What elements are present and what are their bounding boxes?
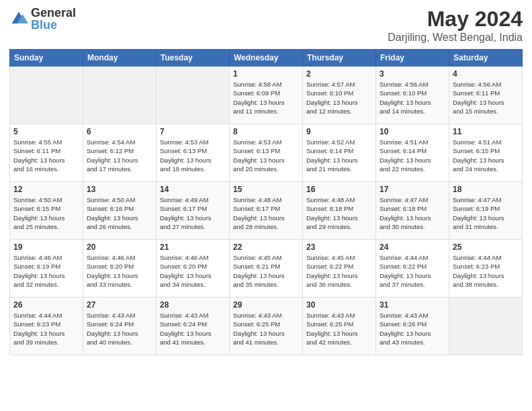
cell-week1-day0 — [10, 66, 83, 124]
day-info: Sunrise: 4:47 AM Sunset: 6:18 PM Dayligh… — [380, 195, 445, 231]
day-info: Sunrise: 4:49 AM Sunset: 6:17 PM Dayligh… — [160, 195, 226, 231]
cell-week5-day3: 29Sunrise: 4:43 AM Sunset: 6:25 PM Dayli… — [230, 298, 303, 355]
day-number: 14 — [160, 185, 226, 194]
day-number: 16 — [306, 185, 372, 194]
cell-week2-day3: 8Sunrise: 4:53 AM Sunset: 6:13 PM Daylig… — [230, 124, 303, 182]
day-number: 15 — [233, 185, 299, 194]
cell-week2-day5: 10Sunrise: 4:51 AM Sunset: 6:14 PM Dayli… — [376, 124, 449, 182]
day-info: Sunrise: 4:43 AM Sunset: 6:24 PM Dayligh… — [87, 311, 152, 347]
day-info: Sunrise: 4:48 AM Sunset: 6:17 PM Dayligh… — [233, 195, 299, 231]
cell-week4-day2: 21Sunrise: 4:46 AM Sunset: 6:20 PM Dayli… — [157, 240, 230, 298]
cell-week1-day2 — [157, 66, 230, 124]
day-number: 24 — [380, 242, 445, 252]
cell-week2-day0: 5Sunrise: 4:55 AM Sunset: 6:11 PM Daylig… — [10, 124, 83, 182]
day-info: Sunrise: 4:56 AM Sunset: 6:10 PM Dayligh… — [380, 80, 445, 116]
day-number: 1 — [233, 69, 299, 79]
cell-week2-day6: 11Sunrise: 4:51 AM Sunset: 6:15 PM Dayli… — [449, 124, 523, 182]
day-number: 31 — [380, 300, 445, 310]
day-info: Sunrise: 4:45 AM Sunset: 6:21 PM Dayligh… — [233, 253, 299, 289]
logo-line2: Blue — [31, 19, 76, 31]
header-tuesday: Tuesday — [157, 50, 230, 66]
day-number: 26 — [13, 300, 79, 310]
cell-week3-day2: 14Sunrise: 4:49 AM Sunset: 6:17 PM Dayli… — [157, 182, 230, 240]
cell-week4-day0: 19Sunrise: 4:46 AM Sunset: 6:19 PM Dayli… — [10, 240, 83, 298]
day-number: 19 — [13, 242, 79, 252]
day-info: Sunrise: 4:44 AM Sunset: 6:23 PM Dayligh… — [13, 311, 79, 347]
cell-week5-day5: 31Sunrise: 4:43 AM Sunset: 6:26 PM Dayli… — [376, 298, 449, 355]
day-number: 25 — [453, 242, 519, 252]
day-number: 29 — [233, 300, 299, 310]
weekday-header-row: Sunday Monday Tuesday Wednesday Thursday… — [10, 50, 523, 66]
day-info: Sunrise: 4:48 AM Sunset: 6:18 PM Dayligh… — [306, 195, 372, 231]
calendar-table: Sunday Monday Tuesday Wednesday Thursday… — [9, 49, 523, 355]
header: General Blue May 2024 Darjiling, West Be… — [9, 7, 523, 44]
day-number: 13 — [87, 185, 152, 194]
day-info: Sunrise: 4:58 AM Sunset: 6:09 PM Dayligh… — [233, 80, 299, 116]
cell-week3-day3: 15Sunrise: 4:48 AM Sunset: 6:17 PM Dayli… — [230, 182, 303, 240]
title-block: May 2024 Darjiling, West Bengal, India — [388, 7, 523, 44]
day-number: 20 — [87, 242, 152, 252]
week-row-4: 19Sunrise: 4:46 AM Sunset: 6:19 PM Dayli… — [10, 240, 523, 298]
day-number: 28 — [160, 300, 226, 310]
day-number: 17 — [380, 185, 445, 194]
day-info: Sunrise: 4:46 AM Sunset: 6:20 PM Dayligh… — [160, 253, 226, 289]
day-info: Sunrise: 4:46 AM Sunset: 6:20 PM Dayligh… — [87, 253, 152, 289]
week-row-5: 26Sunrise: 4:44 AM Sunset: 6:23 PM Dayli… — [10, 298, 523, 355]
cell-week2-day1: 6Sunrise: 4:54 AM Sunset: 6:12 PM Daylig… — [83, 124, 157, 182]
day-info: Sunrise: 4:53 AM Sunset: 6:13 PM Dayligh… — [233, 138, 299, 173]
day-number: 4 — [453, 69, 519, 79]
day-info: Sunrise: 4:44 AM Sunset: 6:23 PM Dayligh… — [453, 253, 519, 289]
cell-week4-day1: 20Sunrise: 4:46 AM Sunset: 6:20 PM Dayli… — [83, 240, 157, 298]
cell-week3-day1: 13Sunrise: 4:50 AM Sunset: 6:16 PM Dayli… — [83, 182, 157, 240]
cell-week3-day6: 18Sunrise: 4:47 AM Sunset: 6:19 PM Dayli… — [449, 182, 523, 240]
day-number: 11 — [453, 127, 519, 136]
day-info: Sunrise: 4:43 AM Sunset: 6:24 PM Dayligh… — [160, 311, 226, 347]
day-number: 7 — [160, 127, 226, 136]
day-info: Sunrise: 4:57 AM Sunset: 6:10 PM Dayligh… — [306, 80, 372, 116]
cell-week1-day3: 1Sunrise: 4:58 AM Sunset: 6:09 PM Daylig… — [230, 66, 303, 124]
week-row-3: 12Sunrise: 4:50 AM Sunset: 6:15 PM Dayli… — [10, 182, 523, 240]
calendar-title: May 2024 — [388, 7, 523, 32]
day-info: Sunrise: 4:47 AM Sunset: 6:19 PM Dayligh… — [453, 195, 519, 231]
day-number: 5 — [13, 127, 79, 136]
cell-week5-day2: 28Sunrise: 4:43 AM Sunset: 6:24 PM Dayli… — [157, 298, 230, 355]
day-info: Sunrise: 4:50 AM Sunset: 6:16 PM Dayligh… — [87, 195, 152, 231]
logo: General Blue — [9, 7, 76, 31]
day-info: Sunrise: 4:46 AM Sunset: 6:19 PM Dayligh… — [13, 253, 79, 289]
day-number: 22 — [233, 242, 299, 252]
cell-week5-day4: 30Sunrise: 4:43 AM Sunset: 6:25 PM Dayli… — [303, 298, 376, 355]
cell-week4-day5: 24Sunrise: 4:44 AM Sunset: 6:22 PM Dayli… — [376, 240, 449, 298]
cell-week2-day2: 7Sunrise: 4:53 AM Sunset: 6:13 PM Daylig… — [157, 124, 230, 182]
day-info: Sunrise: 4:53 AM Sunset: 6:13 PM Dayligh… — [160, 138, 226, 173]
day-info: Sunrise: 4:43 AM Sunset: 6:26 PM Dayligh… — [380, 311, 445, 347]
header-saturday: Saturday — [449, 50, 523, 66]
day-info: Sunrise: 4:51 AM Sunset: 6:15 PM Dayligh… — [453, 138, 519, 173]
cell-week4-day4: 23Sunrise: 4:45 AM Sunset: 6:22 PM Dayli… — [303, 240, 376, 298]
cell-week5-day6 — [449, 298, 523, 355]
header-friday: Friday — [376, 50, 449, 66]
day-number: 12 — [13, 185, 79, 194]
cell-week1-day6: 4Sunrise: 4:56 AM Sunset: 6:11 PM Daylig… — [449, 66, 523, 124]
cell-week3-day4: 16Sunrise: 4:48 AM Sunset: 6:18 PM Dayli… — [303, 182, 376, 240]
day-number: 8 — [233, 127, 299, 136]
day-number: 3 — [380, 69, 445, 79]
cell-week4-day3: 22Sunrise: 4:45 AM Sunset: 6:21 PM Dayli… — [230, 240, 303, 298]
cell-week5-day1: 27Sunrise: 4:43 AM Sunset: 6:24 PM Dayli… — [83, 298, 157, 355]
day-info: Sunrise: 4:44 AM Sunset: 6:22 PM Dayligh… — [380, 253, 445, 289]
page: General Blue May 2024 Darjiling, West Be… — [0, 0, 532, 411]
cell-week5-day0: 26Sunrise: 4:44 AM Sunset: 6:23 PM Dayli… — [10, 298, 83, 355]
day-info: Sunrise: 4:50 AM Sunset: 6:15 PM Dayligh… — [13, 195, 79, 231]
cell-week2-day4: 9Sunrise: 4:52 AM Sunset: 6:14 PM Daylig… — [303, 124, 376, 182]
day-info: Sunrise: 4:45 AM Sunset: 6:22 PM Dayligh… — [306, 253, 372, 289]
day-info: Sunrise: 4:51 AM Sunset: 6:14 PM Dayligh… — [380, 138, 445, 173]
cell-week3-day5: 17Sunrise: 4:47 AM Sunset: 6:18 PM Dayli… — [376, 182, 449, 240]
header-monday: Monday — [83, 50, 157, 66]
day-number: 9 — [306, 127, 372, 136]
header-sunday: Sunday — [10, 50, 83, 66]
day-info: Sunrise: 4:56 AM Sunset: 6:11 PM Dayligh… — [453, 80, 519, 116]
cell-week1-day1 — [83, 66, 157, 124]
week-row-2: 5Sunrise: 4:55 AM Sunset: 6:11 PM Daylig… — [10, 124, 523, 182]
day-number: 18 — [453, 185, 519, 194]
logo-line1: General — [31, 7, 76, 19]
day-number: 30 — [306, 300, 372, 310]
